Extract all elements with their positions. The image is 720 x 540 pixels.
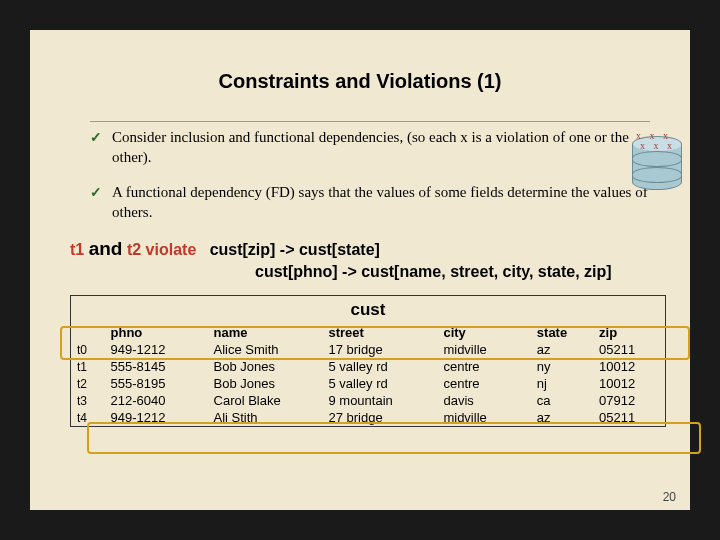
fd2: cust[phno] -> cust[name, street, city, s… xyxy=(70,263,680,281)
table-row: t1555-8145Bob Jones5 valley rdcentreny10… xyxy=(71,358,665,375)
fd-statement: t1 and t2 violate cust[zip] -> cust[stat… xyxy=(30,238,690,281)
col-city: city xyxy=(437,324,530,341)
divider xyxy=(90,121,650,122)
page-number: 20 xyxy=(663,490,676,504)
cell-phno: 555-8195 xyxy=(105,375,208,392)
table-row: t0949-1212Alice Smith17 bridgemidvilleaz… xyxy=(71,341,665,358)
cell-state: ny xyxy=(531,358,593,375)
check-icon: ✓ xyxy=(90,128,102,167)
cell-state: az xyxy=(531,409,593,426)
table-header-row: phno name street city state zip xyxy=(71,324,665,341)
database-icon: x x x x x x xyxy=(632,136,686,196)
bullet-list: ✓ Consider inclusion and functional depe… xyxy=(30,128,690,222)
table-row: t2555-8195Bob Jones5 valley rdcentrenj10… xyxy=(71,375,665,392)
slide-title: Constraints and Violations (1) xyxy=(30,70,690,93)
cell-state: az xyxy=(531,341,593,358)
cell-phno: 949-1212 xyxy=(105,409,208,426)
t1-label: t1 xyxy=(70,241,84,258)
data-table: phno name street city state zip t0949-12… xyxy=(71,324,665,426)
col-phno: phno xyxy=(105,324,208,341)
bullet-text: Consider inclusion and functional depend… xyxy=(112,128,650,167)
row-id: t1 xyxy=(71,358,105,375)
and-text: and xyxy=(89,238,123,259)
cell-phno: 949-1212 xyxy=(105,341,208,358)
cell-zip: 10012 xyxy=(593,358,665,375)
cell-state: nj xyxy=(531,375,593,392)
bullet-text: A functional dependency (FD) says that t… xyxy=(112,183,650,222)
slide: Constraints and Violations (1) ✓ Conside… xyxy=(30,30,690,510)
cell-zip: 10012 xyxy=(593,375,665,392)
cell-street: 27 bridge xyxy=(322,409,437,426)
cell-name: Bob Jones xyxy=(208,358,323,375)
cell-street: 17 bridge xyxy=(322,341,437,358)
row-id: t0 xyxy=(71,341,105,358)
row-id: t2 xyxy=(71,375,105,392)
cell-phno: 212-6040 xyxy=(105,392,208,409)
cell-city: midville xyxy=(437,409,530,426)
row-id: t4 xyxy=(71,409,105,426)
col-name: name xyxy=(208,324,323,341)
cell-state: ca xyxy=(531,392,593,409)
bullet-item: ✓ Consider inclusion and functional depe… xyxy=(90,128,650,167)
col-state: state xyxy=(531,324,593,341)
cell-phno: 555-8145 xyxy=(105,358,208,375)
cell-city: davis xyxy=(437,392,530,409)
row-id: t3 xyxy=(71,392,105,409)
check-icon: ✓ xyxy=(90,183,102,222)
table-name: cust xyxy=(71,296,665,324)
table-row: t3212-6040Carol Blake9 mountaindavisca07… xyxy=(71,392,665,409)
cell-name: Ali Stith xyxy=(208,409,323,426)
cell-city: midville xyxy=(437,341,530,358)
fd1: cust[zip] -> cust[state] xyxy=(210,241,380,258)
cell-city: centre xyxy=(437,375,530,392)
cust-table: cust phno name street city state zip t09… xyxy=(70,295,666,427)
cell-zip: 05211 xyxy=(593,409,665,426)
col-street: street xyxy=(322,324,437,341)
cell-zip: 05211 xyxy=(593,341,665,358)
table-row: t4949-1212Ali Stith27 bridgemidvilleaz05… xyxy=(71,409,665,426)
cell-name: Alice Smith xyxy=(208,341,323,358)
cell-street: 9 mountain xyxy=(322,392,437,409)
cell-city: centre xyxy=(437,358,530,375)
bullet-item: ✓ A functional dependency (FD) says that… xyxy=(90,183,650,222)
cell-street: 5 valley rd xyxy=(322,375,437,392)
cell-name: Carol Blake xyxy=(208,392,323,409)
cell-name: Bob Jones xyxy=(208,375,323,392)
col-zip: zip xyxy=(593,324,665,341)
t2-label: t2 violate xyxy=(127,241,196,258)
cell-zip: 07912 xyxy=(593,392,665,409)
cell-street: 5 valley rd xyxy=(322,358,437,375)
